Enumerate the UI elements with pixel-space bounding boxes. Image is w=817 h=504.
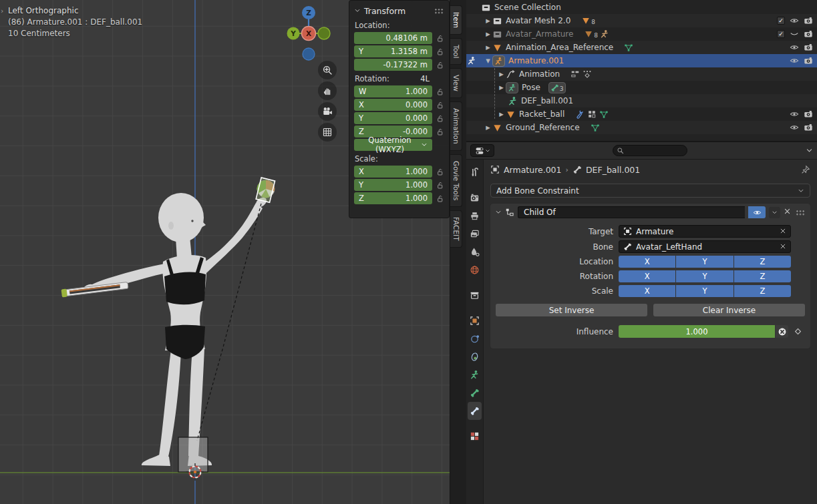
collapse-chevron-icon[interactable] [495, 209, 502, 216]
outliner-row-animation[interactable]: ▶ Animation [466, 67, 817, 81]
navigation-gizmo[interactable]: Z Y X [283, 3, 337, 66]
expand-arrow-icon[interactable]: ▶ [497, 84, 506, 91]
expand-arrow-icon[interactable]: ▶ [484, 124, 492, 131]
3d-viewport[interactable]: › Left Orthographic (86) Armature.001 : … [0, 0, 450, 504]
lock-icon[interactable] [436, 128, 444, 136]
keyframe-diamond-icon[interactable] [794, 327, 802, 336]
lock-icon[interactable] [436, 34, 444, 43]
expand-arrow-icon[interactable]: ▶ [484, 17, 492, 24]
scale-z-toggle[interactable]: Z [734, 285, 791, 297]
rotation-mode-dropdown[interactable]: Quaternion (WXYZ) [354, 139, 432, 151]
tab-animation[interactable]: Animation [450, 101, 462, 151]
scale-x-field[interactable]: X1.000 [354, 166, 432, 178]
tab-collection-icon[interactable] [466, 286, 483, 304]
tab-faceit[interactable]: FACEIT [450, 210, 462, 248]
collapse-chevron-icon[interactable] [354, 7, 361, 14]
tab-scene-icon[interactable] [466, 243, 483, 261]
expand-arrow-icon[interactable]: ▶ [484, 44, 492, 51]
lock-icon[interactable] [436, 181, 444, 190]
clear-bone-icon[interactable] [780, 242, 786, 252]
tab-tool[interactable]: Tool [450, 38, 462, 65]
panel-grip-icon[interactable] [796, 210, 806, 216]
eye-icon[interactable] [790, 56, 799, 65]
constraint-name-field[interactable]: Child Of [518, 206, 745, 218]
lock-icon[interactable] [436, 61, 444, 69]
scale-x-toggle[interactable]: X [619, 285, 675, 297]
orthographic-grid-icon[interactable] [318, 123, 337, 142]
filter-chevron-icon[interactable] [806, 147, 813, 154]
location-x-field[interactable]: 0.48106 m [354, 32, 432, 44]
location-x-toggle[interactable]: X [619, 256, 675, 268]
location-y-field[interactable]: Y1.3158 m [354, 45, 432, 57]
expand-arrow-icon[interactable]: ▶ [484, 31, 492, 37]
scale-y-field[interactable]: Y1.000 [354, 179, 432, 191]
outliner-row-avatar-armature[interactable]: ▶ Avatar_Armature 8 ✓ [466, 27, 817, 41]
rotation-z-toggle[interactable]: Z [734, 270, 791, 282]
location-y-toggle[interactable]: Y [676, 256, 733, 268]
camera-icon[interactable] [804, 16, 813, 25]
rotation-x-field[interactable]: X0.000 [354, 99, 432, 111]
add-bone-constraint-button[interactable]: Add Bone Constraint [490, 184, 810, 198]
outliner-row-pose[interactable]: ▶ Pose 3 [466, 81, 817, 94]
tab-bone-constraint-icon[interactable] [468, 402, 482, 420]
lock-icon[interactable] [436, 194, 444, 203]
outliner-row-armature-001[interactable]: ▼ Armature.001 [466, 54, 817, 67]
tab-object-data-icon[interactable] [466, 366, 483, 384]
camera-icon[interactable] [804, 123, 813, 132]
tab-object-icon[interactable] [466, 312, 483, 330]
camera-icon[interactable] [804, 43, 813, 52]
location-z-toggle[interactable]: Z [734, 256, 791, 268]
lock-icon[interactable] [436, 101, 444, 109]
outliner-row-scene-collection[interactable]: Scene Collection [466, 1, 817, 14]
clear-inverse-button[interactable]: Clear Inverse [653, 304, 805, 316]
checkbox-checked[interactable]: ✓ [777, 30, 785, 38]
breadcrumb-object[interactable]: Armature.001 [504, 165, 562, 175]
panel-grip-icon[interactable] [434, 8, 444, 14]
scale-y-toggle[interactable]: Y [676, 285, 733, 297]
constraint-enable-eye-toggle[interactable] [748, 206, 766, 218]
tab-bone-icon[interactable] [466, 384, 483, 402]
clear-target-icon[interactable] [780, 227, 786, 236]
remove-influence-driver-icon[interactable] [776, 325, 788, 338]
tab-render-icon[interactable] [466, 189, 483, 207]
delete-constraint-icon[interactable] [784, 208, 791, 217]
outliner-row-def-ball[interactable]: DEF_ball.001 [466, 94, 817, 107]
pin-icon[interactable] [801, 165, 810, 174]
expand-arrow-icon[interactable]: ▶ [497, 111, 506, 117]
checkbox-checked[interactable]: ✓ [777, 17, 785, 25]
lock-icon[interactable] [436, 168, 444, 176]
camera-icon[interactable] [804, 109, 813, 119]
target-field[interactable]: Armature [619, 225, 791, 238]
scale-z-field[interactable]: Z1.000 [354, 192, 432, 204]
eye-icon[interactable] [790, 123, 799, 132]
zoom-icon[interactable] [318, 61, 337, 79]
tab-output-icon[interactable] [466, 207, 483, 225]
eye-icon[interactable] [790, 43, 799, 52]
influence-slider[interactable]: 1.000 [619, 325, 775, 338]
rotation-y-toggle[interactable]: Y [676, 270, 733, 282]
set-inverse-button[interactable]: Set Inverse [496, 304, 647, 316]
expand-arrow-icon[interactable]: ▶ [497, 71, 506, 77]
rotation-w-field[interactable]: W1.000 [354, 85, 432, 97]
tab-tool-icon[interactable] [466, 164, 483, 182]
collapse-arrow-icon[interactable]: ▼ [484, 57, 492, 64]
breadcrumb-bone[interactable]: DEF_ball.001 [586, 165, 640, 175]
lock-icon[interactable] [436, 47, 444, 56]
editor-type-button[interactable] [470, 144, 494, 157]
tab-govie-tools[interactable]: Govie Tools [450, 154, 462, 207]
tab-physics-icon[interactable] [466, 330, 483, 348]
constraint-extras-dropdown[interactable] [769, 207, 780, 218]
outliner-row-racket-ball[interactable]: ▶ Racket_ball [466, 107, 817, 121]
tab-item[interactable]: Item [450, 5, 462, 35]
tab-texture-icon[interactable] [466, 427, 483, 445]
tab-view-layer-icon[interactable] [466, 225, 483, 243]
eye-icon[interactable] [790, 16, 799, 25]
camera-icon[interactable] [804, 29, 813, 39]
bone-field[interactable]: Avatar_LeftHand [619, 240, 791, 253]
camera-icon[interactable] [804, 56, 813, 65]
pan-hand-icon[interactable] [318, 81, 337, 100]
rotation-y-field[interactable]: Y0.000 [354, 112, 432, 124]
eye-closed-icon[interactable] [790, 29, 799, 39]
properties-search-input[interactable] [613, 145, 687, 156]
lock-icon[interactable] [436, 87, 444, 96]
